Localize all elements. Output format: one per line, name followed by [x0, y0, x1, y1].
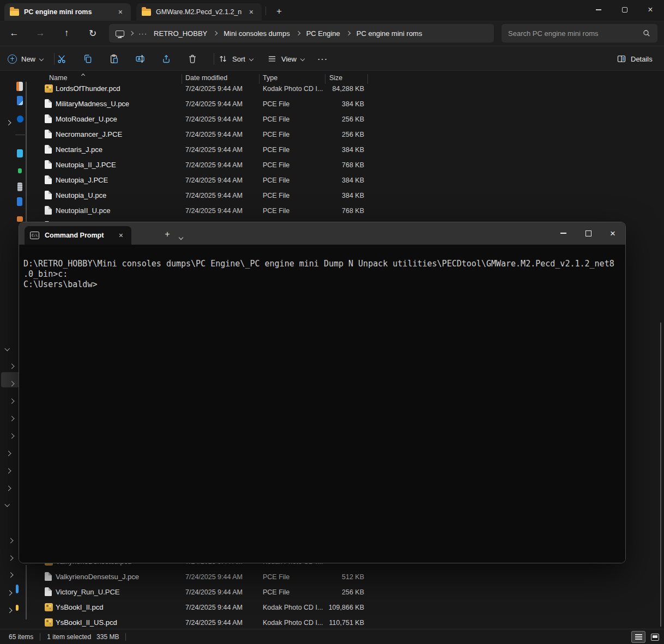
file-row[interactable]: MilitaryMadness_U.pce7/24/2025 9:44 AMPC… [33, 96, 373, 111]
file-row[interactable]: LordsOfThunder.pcd7/24/2025 9:44 AMKodak… [33, 81, 373, 96]
file-list-scrollbar[interactable] [660, 323, 661, 627]
share-button[interactable] [161, 50, 171, 68]
view-button[interactable]: View [267, 50, 304, 68]
tree-collapse-chevron[interactable] [5, 342, 9, 352]
refresh-button[interactable]: ↻ [83, 25, 102, 41]
tree-expand-chevron[interactable] [8, 604, 11, 614]
kodak-photo-cd-icon [45, 84, 53, 93]
file-row[interactable]: NeutopiaII_U.pce7/24/2025 9:44 AMPCE Fil… [33, 203, 373, 218]
status-divider [40, 633, 40, 641]
desktop-icon[interactable] [17, 149, 23, 157]
music-icon[interactable] [17, 216, 23, 222]
copy-icon [83, 54, 93, 64]
up-button[interactable]: ↑ [57, 25, 76, 41]
breadcrumb-mini-consoles[interactable]: Mini consoles dumps [222, 29, 291, 38]
tab-close-icon[interactable]: × [246, 8, 256, 16]
new-button[interactable]: New [8, 50, 43, 68]
folder-icon [142, 9, 151, 16]
breadcrumb-overflow[interactable]: ··· [138, 29, 147, 38]
terminal-tab-dropdown[interactable] [179, 232, 183, 241]
view-icon [267, 54, 277, 64]
details-pane-button[interactable]: Details [617, 50, 653, 68]
file-row[interactable]: YsBookI_II.pcd7/24/2025 9:44 AMKodak Pho… [33, 599, 373, 615]
tree-expand-chevron[interactable] [7, 117, 10, 126]
sidebar-scrollbar[interactable] [26, 565, 27, 619]
documents-icon[interactable] [17, 183, 22, 191]
file-row[interactable]: Nectaris_J.pce7/24/2025 9:44 AMPCE File3… [33, 142, 373, 157]
gallery-icon[interactable] [17, 96, 23, 105]
forward-button[interactable]: → [31, 25, 50, 41]
file-row[interactable]: ValkyrienoDensetsu_J.pce7/24/2025 9:44 A… [33, 569, 373, 584]
maximize-button[interactable] [612, 0, 637, 20]
tree-expand-chevron[interactable] [10, 430, 14, 440]
pictures-icon[interactable] [17, 197, 22, 206]
minimize-button[interactable] [586, 0, 611, 20]
file-row[interactable]: MotoRoader_U.pce7/24/2025 9:44 AMPCE Fil… [33, 111, 373, 126]
breadcrumb-chevron-icon [295, 31, 300, 35]
terminal-title-bar[interactable]: C:\ Command Prompt × + × [19, 222, 625, 245]
terminal-tab[interactable]: C:\ Command Prompt × [25, 226, 131, 245]
close-icon: × [610, 229, 615, 238]
explorer-tab-gmware[interactable]: GMWare.M2.Pecd_v2.1.2_net8.0 × [136, 3, 262, 21]
onedrive-icon[interactable] [17, 116, 23, 123]
breadcrumb-retro-hobby[interactable]: RETRO_HOBBY [153, 29, 208, 38]
file-icon [45, 206, 52, 215]
address-bar[interactable]: ··· RETRO_HOBBY Mini consoles dumps PC E… [109, 24, 494, 42]
close-icon: × [648, 5, 653, 14]
breadcrumb-pc-engine-mini-roms[interactable]: PC engine mini roms [355, 29, 424, 38]
rename-button[interactable] [135, 50, 145, 68]
thumbnail-view-toggle[interactable] [648, 631, 662, 643]
terminal-output[interactable]: D:\RETRO_HOBBY\Mini consoles dumps\PC En… [19, 245, 625, 563]
thumbnail-view-icon [651, 634, 659, 641]
back-button[interactable]: ← [5, 25, 23, 41]
sort-label: Sort [232, 55, 245, 63]
file-row[interactable]: Victory_Run_U.PCE7/24/2025 9:44 AMPCE Fi… [33, 584, 373, 599]
tree-collapse-chevron[interactable] [5, 498, 9, 508]
file-icon [45, 114, 52, 123]
delete-button[interactable] [188, 50, 197, 68]
sort-button[interactable]: Sort [218, 50, 253, 68]
details-view-toggle[interactable] [631, 631, 645, 643]
search-input[interactable] [508, 29, 633, 38]
explorer-tab-pc-engine[interactable]: PC engine mini roms × [4, 3, 131, 21]
tree-expand-chevron[interactable] [7, 482, 10, 492]
tree-expand-chevron[interactable] [9, 534, 13, 544]
tab-close-icon[interactable]: × [116, 8, 125, 16]
file-row[interactable]: Neutopia_J.PCE7/24/2025 9:44 AMPCE File3… [33, 172, 373, 187]
breadcrumb-pc-engine[interactable]: PC Engine [305, 29, 341, 38]
terminal-close-button[interactable]: × [600, 223, 625, 243]
tree-expand-chevron[interactable] [10, 360, 14, 370]
file-icon [45, 160, 52, 169]
tree-expand-chevron[interactable] [10, 378, 14, 387]
file-row[interactable]: YsBookI_II_US.pcd7/24/2025 9:44 AMKodak … [33, 615, 373, 630]
terminal-maximize-button[interactable] [576, 223, 601, 243]
file-row[interactable]: Necromancer_J.PCE7/24/2025 9:44 AMPCE Fi… [33, 126, 373, 142]
paste-button[interactable] [109, 50, 119, 68]
tree-expand-chevron[interactable] [10, 412, 14, 422]
tab-close-icon[interactable]: × [116, 231, 126, 240]
file-row[interactable]: Neutopia_U.pce7/24/2025 9:44 AMPCE File3… [33, 187, 373, 203]
this-pc-icon [116, 31, 124, 37]
tree-expand-chevron[interactable] [9, 552, 13, 562]
tree-expand-chevron[interactable] [7, 465, 10, 475]
tree-expand-chevron[interactable] [8, 587, 11, 597]
more-options-button[interactable]: ··· [318, 50, 328, 68]
sidebar-scrollbar[interactable] [26, 82, 27, 222]
selection-count: 1 item selected [47, 633, 91, 641]
cut-button[interactable] [57, 50, 67, 68]
home-icon[interactable] [16, 82, 23, 91]
explorer-tab-strip: PC engine mini roms × GMWare.M2.Pecd_v2.… [0, 0, 664, 21]
new-tab-button[interactable]: + [271, 4, 287, 19]
tree-expand-chevron[interactable] [7, 447, 10, 457]
tree-expand-chevron[interactable] [10, 395, 14, 405]
terminal-minimize-button[interactable] [551, 223, 576, 243]
search-box[interactable] [502, 24, 657, 42]
minimize-icon [596, 9, 601, 10]
close-button[interactable]: × [638, 0, 663, 20]
folder-icon [16, 585, 19, 593]
file-row[interactable]: Neutopia_II_J.PCE7/24/2025 9:44 AMPCE Fi… [33, 157, 373, 172]
new-terminal-tab-button[interactable]: + [160, 227, 175, 241]
copy-button[interactable] [83, 50, 93, 68]
tree-expand-chevron[interactable] [9, 569, 13, 579]
downloads-icon[interactable] [18, 168, 22, 173]
